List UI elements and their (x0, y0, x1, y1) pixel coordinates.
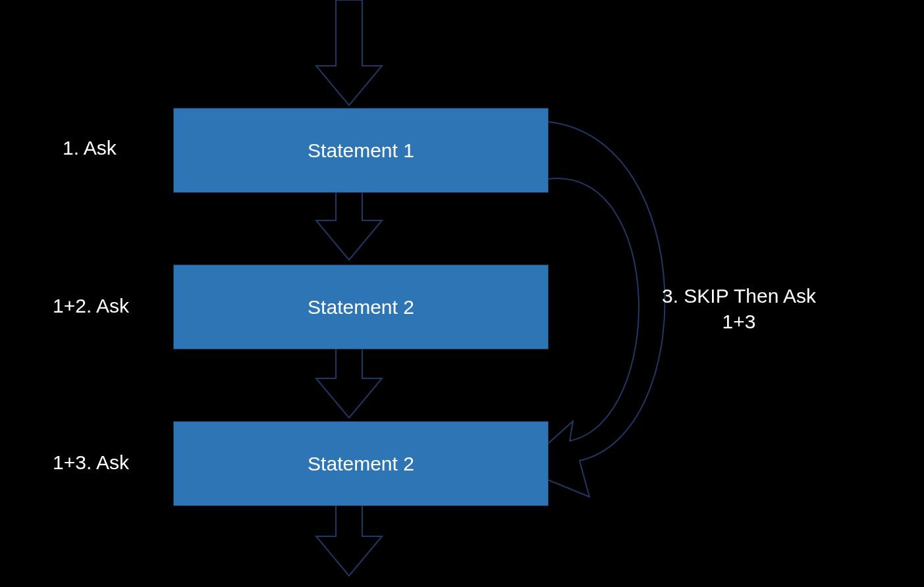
box-statement-2a: Statement 2 (173, 265, 549, 349)
box-statement-2b: Statement 2 (173, 421, 549, 506)
diagram-stage: Statement 1 Statement 2 Statement 2 1. A… (0, 0, 924, 587)
label-left-2: 1+2. Ask (53, 295, 129, 317)
box-2-label: Statement 2 (308, 296, 414, 319)
box-1-label: Statement 1 (308, 140, 414, 162)
arrow-1-to-2 (316, 192, 382, 260)
box-statement-1: Statement 1 (173, 108, 549, 193)
label-left-1: 1. Ask (63, 137, 117, 159)
label-right-skip: 3. SKIP Then Ask 1+3 (662, 283, 816, 334)
box-3-label: Statement 2 (308, 453, 414, 475)
arrow-2-to-3 (316, 349, 382, 418)
label-left-3: 1+3. Ask (53, 451, 129, 474)
arrow-into-1 (316, 0, 382, 105)
arrow-out-of-3 (316, 505, 382, 576)
